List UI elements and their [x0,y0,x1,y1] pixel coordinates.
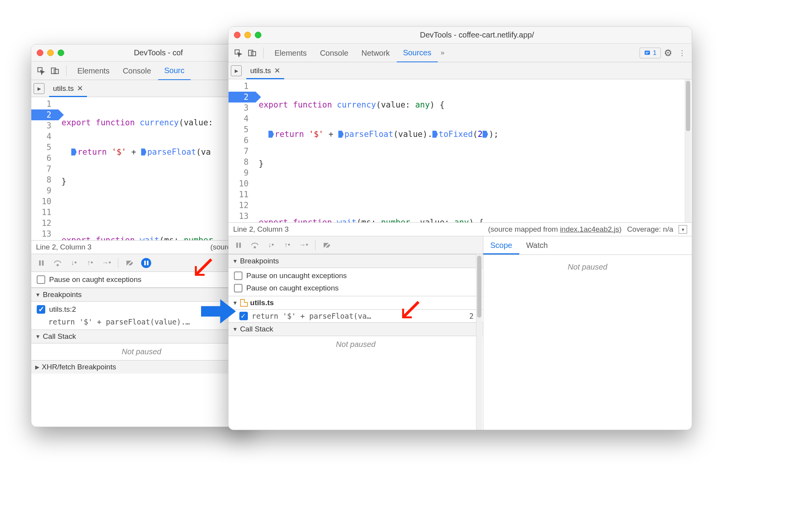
code-editor[interactable]: 12345678910111213 export function curren… [31,97,252,240]
pause-button[interactable] [35,257,48,269]
pause-caught-checkbox[interactable] [37,275,45,284]
line-gutter[interactable]: 12345678910111213 [229,79,256,222]
zoom-icon[interactable] [255,32,261,38]
pane-scrollbar[interactable] [476,254,482,430]
close-icon[interactable] [37,50,43,56]
issues-chip[interactable]: 1 [640,48,661,58]
breakpoints-body: Pause on uncaught exceptions Pause on ca… [229,268,483,296]
breakpoint-file: utils.ts:2 [49,305,76,314]
line-gutter[interactable]: 12345678910111213 [31,97,58,240]
pause-button[interactable] [232,239,245,251]
tab-sources[interactable]: Sourc [158,61,191,80]
pause-uncaught-checkbox[interactable] [234,272,242,280]
pause-uncaught-row[interactable]: Pause on uncaught exceptions [229,270,483,282]
svg-rect-10 [645,51,650,55]
separator [263,48,264,58]
cursor-position: Line 2, Column 3 [233,225,289,234]
breakpoints-header[interactable]: ▼Breakpoints [229,254,483,268]
callstack-label: Call Stack [240,325,273,333]
step-into-icon[interactable]: ↓• [265,239,277,251]
breakpoints-header[interactable]: ▼Breakpoints [31,288,252,302]
breakpoint-code[interactable]: return '$' + parseFloat(value).… [31,316,252,328]
xhr-breakpoints-header[interactable]: ▶XHR/fetch Breakpoints [31,360,252,374]
inspect-icon[interactable] [232,46,245,60]
scope-content: Not paused [483,255,692,430]
callstack-header[interactable]: ▼Call Stack [31,330,252,343]
pause-caught-row[interactable]: Pause on caught exceptions [229,282,483,294]
tab-console[interactable]: Console [314,44,354,62]
pause-on-exceptions-button[interactable] [140,257,152,269]
file-tab-utils[interactable]: utils.ts ✕ [246,62,284,79]
step-over-icon[interactable] [249,239,261,251]
not-paused-text: Not paused [31,343,252,360]
svg-point-15 [254,246,256,248]
editor-scrollbar[interactable] [685,79,691,222]
cursor-position: Line 2, Column 3 [36,243,92,251]
breakpoint-row[interactable]: utils.ts:2 [31,303,252,316]
inspect-icon[interactable] [34,64,48,77]
file-tab-label: utils.ts [53,84,74,93]
window-title: DevTools - cof [70,48,246,57]
minimize-icon[interactable] [47,50,54,56]
separator [118,258,118,268]
step-out-icon[interactable]: ↑• [281,239,293,251]
not-paused-text: Not paused [568,263,607,272]
close-icon[interactable]: ✕ [274,66,280,75]
pause-caught-label: Pause on caught exceptions [49,275,142,284]
editor-statusbar: Line 2, Column 3 (source ma [31,240,252,254]
source-map-link[interactable]: index.1ac4eab2.js [560,225,619,233]
close-icon[interactable]: ✕ [77,84,83,93]
device-toggle-icon[interactable] [48,64,61,77]
file-tab-utils[interactable]: utils.ts ✕ [49,80,87,97]
scope-watch-pane: Scope Watch Not paused [483,236,692,430]
svg-rect-9 [251,51,256,56]
zoom-icon[interactable] [58,50,64,56]
code-area[interactable]: export function currency(value: any) { r… [256,79,692,222]
close-icon[interactable] [234,32,241,38]
pause-caught-row[interactable]: Pause on caught exceptions [31,273,252,286]
svg-rect-11 [645,52,649,53]
navigator-toggle-icon[interactable]: ▸ [34,83,44,94]
breakpoint-group-header[interactable]: ▼ utils.ts [229,296,483,310]
step-icon[interactable]: →• [297,239,310,251]
svg-point-5 [57,264,58,266]
pause-caught-checkbox[interactable] [234,284,242,292]
svg-rect-13 [236,243,238,248]
tab-network[interactable]: Network [355,44,396,62]
tab-elements[interactable]: Elements [71,61,116,80]
device-toggle-icon[interactable] [246,46,259,60]
code-editor[interactable]: 12345678910111213 export function curren… [229,79,692,222]
deactivate-breakpoints-icon[interactable] [321,239,333,251]
breakpoint-group-file: utils.ts [250,299,274,307]
tab-scope[interactable]: Scope [483,236,519,254]
step-out-icon[interactable]: ↑• [84,257,96,269]
navigator-toggle-icon[interactable]: ▸ [231,65,242,76]
coverage-toggle-icon[interactable]: ▾ [679,225,687,234]
tab-sources[interactable]: Sources [397,43,437,63]
step-into-icon[interactable]: ↓• [68,257,80,269]
callstack-header[interactable]: ▼Call Stack [229,322,483,336]
step-icon[interactable]: →• [100,257,113,269]
tab-watch[interactable]: Watch [519,236,555,254]
kebab-icon[interactable]: ⋮ [676,46,689,60]
step-over-icon[interactable] [51,257,64,269]
file-tabs: ▸ utils.ts ✕ [31,80,252,97]
gear-icon[interactable]: ⚙ [662,46,675,60]
file-tabs: ▸ utils.ts ✕ [229,62,692,79]
svg-rect-1 [51,68,56,73]
more-tabs-icon[interactable]: » [438,49,447,57]
minimize-icon[interactable] [244,32,251,38]
breakpoint-row[interactable]: return '$' + parseFloat(va… 2 [229,310,483,322]
tab-console[interactable]: Console [116,61,157,80]
breakpoint-checkbox[interactable] [239,312,248,320]
code-area[interactable]: export function currency(value: return '… [58,97,252,240]
titlebar: DevTools - coffee-cart.netlify.app/ [229,27,692,44]
exceptions-section: Pause on caught exceptions [31,272,252,288]
deactivate-breakpoints-icon[interactable] [124,257,136,269]
traffic-lights [234,32,261,38]
separator [315,240,316,250]
tab-elements[interactable]: Elements [268,44,313,62]
scope-watch-tabs: Scope Watch [483,236,692,255]
issues-count: 1 [653,49,657,57]
breakpoint-checkbox[interactable] [37,305,45,314]
